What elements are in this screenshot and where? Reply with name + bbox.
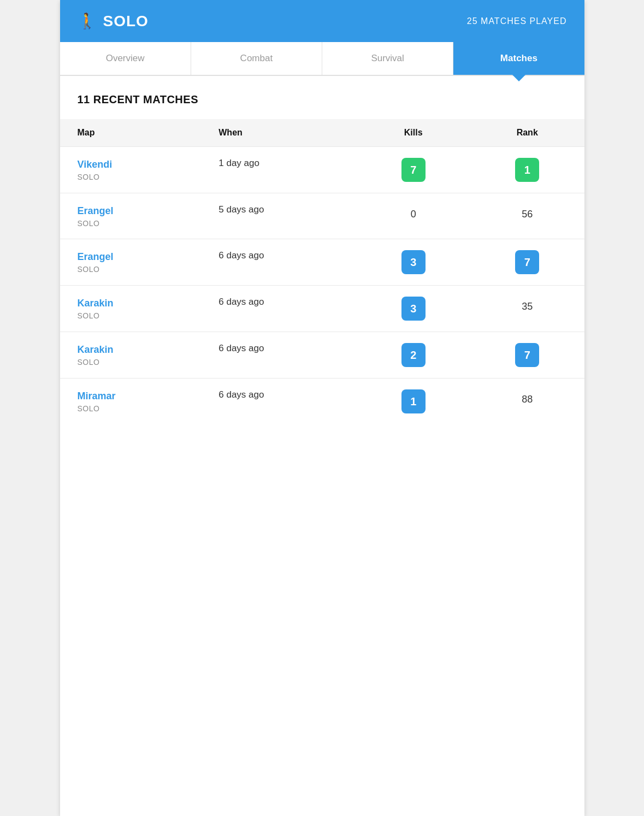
- match-when: 5 days ago: [218, 202, 264, 215]
- header: 🚶 SOLO 25 MATCHES PLAYED: [60, 0, 584, 42]
- kills-badge: 3: [401, 297, 426, 321]
- match-when-cell: 6 days ago: [201, 286, 356, 332]
- match-rank-cell: 88: [470, 379, 584, 421]
- map-name-karakin-2[interactable]: Karakin: [78, 343, 184, 357]
- rank-value: 35: [522, 297, 533, 312]
- match-kills-cell: 3: [356, 239, 470, 286]
- map-name-erangel-1[interactable]: Erangel: [78, 204, 184, 218]
- match-kills-cell: 0: [356, 193, 470, 239]
- match-map-cell: Miramar SOLO: [60, 379, 202, 421]
- match-rank-cell: 1: [470, 147, 584, 193]
- header-left: 🚶 SOLO: [78, 12, 149, 30]
- match-kills-cell: 3: [356, 286, 470, 332]
- match-when-cell: 5 days ago: [201, 193, 356, 239]
- kills-badge: 3: [401, 250, 426, 274]
- match-kills-cell: 2: [356, 332, 470, 379]
- match-mode: SOLO: [78, 173, 184, 181]
- match-mode: SOLO: [78, 311, 184, 320]
- match-map-cell: Erangel SOLO: [60, 193, 202, 239]
- section-title: 11 RECENT MATCHES: [60, 93, 584, 119]
- col-header-map: Map: [60, 119, 202, 147]
- match-map-cell: Erangel SOLO: [60, 239, 202, 286]
- match-when: 6 days ago: [218, 294, 264, 307]
- table-header-row: Map When Kills Rank: [60, 119, 584, 147]
- tab-combat[interactable]: Combat: [191, 42, 322, 75]
- col-header-kills: Kills: [356, 119, 470, 147]
- match-rank-cell: 35: [470, 286, 584, 332]
- match-rank-cell: 7: [470, 332, 584, 379]
- col-header-when: When: [201, 119, 356, 147]
- table-row: Karakin SOLO 6 days ago 2 7: [60, 332, 584, 379]
- rank-value: 88: [522, 389, 533, 405]
- header-title: SOLO: [103, 13, 149, 30]
- match-when: 6 days ago: [218, 387, 264, 400]
- table-row: Erangel SOLO 5 days ago 0 56: [60, 193, 584, 239]
- match-when: 6 days ago: [218, 341, 264, 353]
- map-name-karakin-1[interactable]: Karakin: [78, 297, 184, 310]
- kills-value: 0: [411, 204, 416, 220]
- match-when-cell: 6 days ago: [201, 332, 356, 379]
- rank-badge: 1: [515, 158, 539, 182]
- matches-table: Map When Kills Rank Vikendi SOLO: [60, 119, 584, 420]
- match-rank-cell: 7: [470, 239, 584, 286]
- table-row: Vikendi SOLO 1 day ago 7 1: [60, 147, 584, 193]
- match-when: 6 days ago: [218, 248, 264, 261]
- content-area: 11 RECENT MATCHES Map When Kills Rank Vi…: [60, 76, 584, 420]
- match-kills-cell: 7: [356, 147, 470, 193]
- tabs-container: Overview Combat Survival Matches: [60, 42, 584, 76]
- tab-overview[interactable]: Overview: [60, 42, 191, 75]
- app-container: 🚶 SOLO 25 MATCHES PLAYED Overview Combat…: [60, 0, 584, 816]
- match-when: 1 day ago: [218, 156, 259, 168]
- matches-table-wrapper: Map When Kills Rank Vikendi SOLO: [60, 119, 584, 420]
- col-header-rank: Rank: [470, 119, 584, 147]
- kills-badge: 1: [401, 389, 426, 413]
- match-map-cell: Vikendi SOLO: [60, 147, 202, 193]
- solo-icon: 🚶: [78, 12, 97, 30]
- table-row: Miramar SOLO 6 days ago 1 88: [60, 379, 584, 421]
- table-row: Erangel SOLO 6 days ago 3 7: [60, 239, 584, 286]
- map-name-vikendi[interactable]: Vikendi: [78, 158, 184, 172]
- match-kills-cell: 1: [356, 379, 470, 421]
- match-mode: SOLO: [78, 265, 184, 274]
- matches-played-count: 25 MATCHES PLAYED: [467, 16, 567, 26]
- match-map-cell: Karakin SOLO: [60, 286, 202, 332]
- match-when-cell: 6 days ago: [201, 379, 356, 421]
- match-when-cell: 1 day ago: [201, 147, 356, 193]
- match-rank-cell: 56: [470, 193, 584, 239]
- rank-badge: 7: [515, 343, 539, 367]
- rank-value: 56: [522, 204, 533, 220]
- kills-badge: 2: [401, 343, 426, 367]
- match-map-cell: Karakin SOLO: [60, 332, 202, 379]
- kills-badge: 7: [401, 158, 426, 182]
- match-mode: SOLO: [78, 404, 184, 413]
- table-row: Karakin SOLO 6 days ago 3 35: [60, 286, 584, 332]
- match-mode: SOLO: [78, 219, 184, 228]
- rank-badge: 7: [515, 250, 539, 274]
- map-name-erangel-2[interactable]: Erangel: [78, 250, 184, 264]
- tab-matches[interactable]: Matches: [453, 42, 584, 75]
- map-name-miramar[interactable]: Miramar: [78, 389, 184, 403]
- match-mode: SOLO: [78, 358, 184, 366]
- tab-survival[interactable]: Survival: [322, 42, 453, 75]
- match-when-cell: 6 days ago: [201, 239, 356, 286]
